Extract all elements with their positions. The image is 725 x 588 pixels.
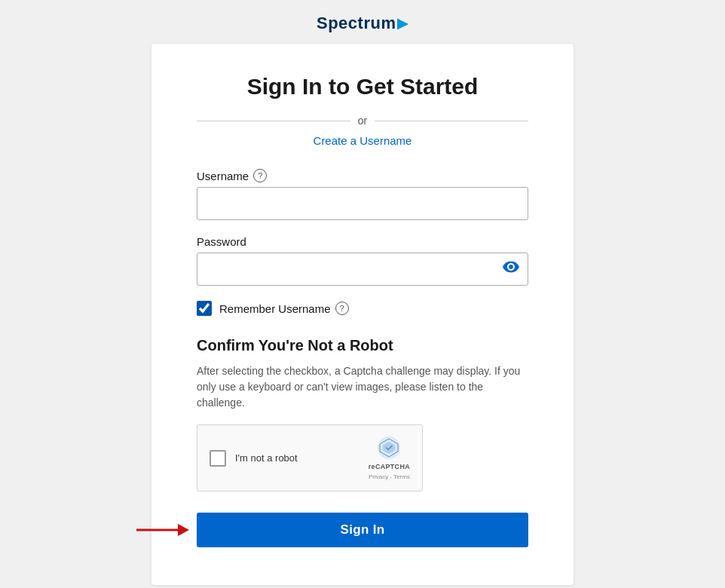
create-username-link[interactable]: Create a Username: [197, 134, 528, 148]
page-title: Sign In to Get Started: [197, 74, 528, 100]
remember-checkbox[interactable]: [197, 301, 212, 316]
arrow-icon: [136, 521, 189, 539]
recaptcha-logo-icon: [377, 436, 401, 460]
logo-text: Spectrum: [317, 14, 396, 33]
recaptcha-left: I'm not a robot: [210, 450, 298, 467]
login-card: Sign In to Get Started or Create a Usern…: [151, 44, 574, 585]
play-icon: ▶: [397, 15, 408, 32]
remember-label: Remember Username ?: [219, 302, 349, 315]
divider-right: [375, 121, 528, 121]
username-help-icon[interactable]: ?: [253, 169, 267, 182]
username-group: Username ?: [197, 169, 528, 220]
recaptcha-label: I'm not a robot: [235, 452, 298, 464]
captcha-description: After selecting the checkbox, a Captcha …: [197, 363, 528, 411]
sign-in-area: Sign In: [197, 513, 528, 547]
recaptcha-right: reCAPTCHA Privacy - Terms: [369, 436, 410, 480]
recaptcha-box[interactable]: I'm not a robot reCAPTCHA Privacy - Term…: [197, 424, 423, 492]
create-username-anchor[interactable]: Create a Username: [314, 134, 412, 147]
username-input[interactable]: [197, 187, 528, 220]
recaptcha-checkbox[interactable]: [210, 450, 226, 467]
page-header: Spectrum▶: [0, 0, 725, 44]
username-label: Username ?: [197, 169, 528, 182]
or-divider: or: [197, 115, 528, 127]
divider-left: [197, 121, 350, 121]
spectrum-logo: Spectrum▶: [317, 14, 408, 33]
password-label: Password: [197, 235, 528, 248]
sign-in-button[interactable]: Sign In: [197, 513, 528, 547]
svg-marker-2: [178, 524, 189, 536]
remember-help-icon[interactable]: ?: [335, 302, 349, 315]
password-wrapper: [197, 253, 528, 286]
recaptcha-links: Privacy - Terms: [369, 473, 410, 480]
or-text: or: [358, 115, 367, 127]
password-group: Password: [197, 235, 528, 286]
arrow-indicator: [136, 521, 189, 539]
password-input[interactable]: [197, 253, 528, 286]
show-password-icon[interactable]: [503, 262, 519, 277]
recaptcha-brand: reCAPTCHA: [369, 463, 410, 470]
remember-row: Remember Username ?: [197, 301, 528, 316]
captcha-title: Confirm You're Not a Robot: [197, 337, 528, 354]
